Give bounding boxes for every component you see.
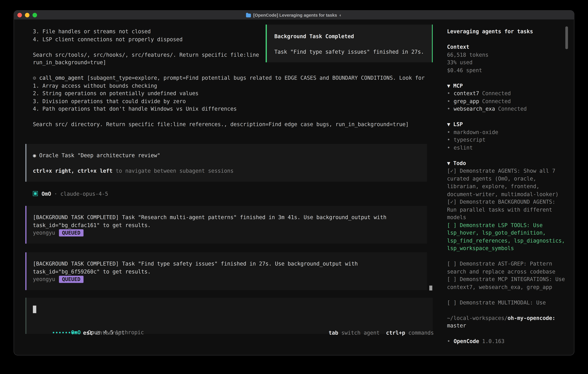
tool-args: [subagent_type=explore, prompt=Find pote… [84,75,425,81]
agent-name: OmO [42,190,51,197]
background-task-message: [BACKGROUND TASK COMPLETED] Task "Resear… [25,206,427,244]
queued-badge: QUEUED [59,276,83,283]
app-version: •OpenCode1.0.163 [447,337,565,345]
bullet-icon: • [447,338,450,344]
todo-item-active: [ ] Demonstrate LSP TOOLS: Use lsp_hover… [447,221,565,252]
desktop: [OpenCode] Leveraging agents for tasks ◐… [0,0,588,374]
tool-arg-item: 2. String operations on potentially unde… [14,90,441,97]
collapse-icon: ▼ [447,160,450,166]
status-bar: ••••••••esc interrupt tab switch agentct… [26,321,434,344]
todo-section-toggle[interactable]: ▼Todo [447,159,565,167]
todo-item: [✓] Demonstrate AGENTS: Show all 7 curat… [447,167,565,198]
context-tokens: 66,518 tokens [447,51,565,59]
message-meta: yeongyuQUEUED [33,275,427,283]
collapse-icon: ▼ [447,83,450,89]
bullet-icon: • [447,98,450,104]
mcp-section-toggle[interactable]: ▼MCP [447,82,565,90]
zoom-button[interactable] [32,13,37,17]
tool-call-line: ⚙ call_omo_agent [subagent_type=explore,… [14,74,441,82]
folder-icon [246,13,251,17]
tool-arg-tail: Search src/ directory. Return specific f… [14,120,441,128]
toast-body: Task "Find type safety issues" finished … [274,48,432,56]
tool-name: call_omo_agent [39,75,84,81]
bullet-icon: • [447,137,450,143]
hint-text: to navigate between subagent sessions [113,167,234,174]
message-meta: yeongyuQUEUED [33,229,427,237]
message-text: task_id="bg_dcfac161" to get results. [33,221,427,229]
context-heading: Context [447,43,565,51]
spinner-icon: •••••••• [52,330,77,336]
message-author: yeongyu [33,230,55,236]
lsp-section-toggle[interactable]: ▼LSP [447,120,565,128]
bullet-icon: • [447,90,450,96]
tool-arg-item: 4. Path operations that don't handle Win… [14,105,441,113]
session-title: Leveraging agents for tasks [447,28,565,35]
tool-arg-item: 3. Division operations that could divide… [14,97,441,105]
queued-badge: QUEUED [59,229,83,237]
traffic-lights [17,13,37,17]
mcp-item: •grep_appConnected [447,97,565,105]
status-right: tab switch agentctrl+p commands [303,321,434,344]
message-text: [BACKGROUND TASK COMPLETED] Task "Find t… [33,260,427,268]
tool-arg-item: 1. Array access without bounds checking [14,82,441,90]
close-button[interactable] [17,13,22,17]
collapse-icon: ▼ [447,121,450,127]
titlebar[interactable]: [OpenCode] Leveraging agents for tasks ◐ [14,10,574,20]
session-state-icon: ◐ [339,10,342,19]
agent-model: claude-opus-4-5 [60,190,108,197]
todo-item: [✓] Demonstrate BACKGROUND AGENTS: Run p… [447,198,565,221]
lsp-item: •markdown-oxide [447,128,565,136]
ctrlp-key-hint: ctrl+p [386,330,405,336]
sidebar-scrollbar-thumb[interactable] [565,26,568,49]
chat-scroll-area[interactable]: 3. File handles or streams not closed 4.… [14,20,441,355]
workspace-path: ~/local-workspaces/oh-my-opencode: [447,314,565,322]
agent-header: OmO · claude-opus-4-5 [14,190,441,197]
sidebar[interactable]: Leveraging agents for tasks Context 66,5… [441,20,574,355]
text-cursor [33,306,36,313]
oracle-task-title: ◉ Oracle Task "Deep architecture review" [33,151,427,159]
separator-dot: · [54,190,57,197]
tab-key-hint: tab [329,330,338,336]
esc-key-hint: esc [83,330,93,336]
bullet-icon: • [447,106,450,112]
toast-title: Background Task Completed [274,32,432,40]
workspace-branch: master [447,322,565,330]
todo-item: [ ] Demonstrate MCP INTEGRATIONS: Use co… [447,275,565,291]
omo-agent-icon [33,191,38,196]
hint-keys: ctrl+x right, ctrl+x left [33,167,112,174]
mcp-item: •websearch_exaConnected [447,105,565,113]
status-left: ••••••••esc interrupt [26,321,125,344]
chat-scroll-position-indicator[interactable] [429,286,432,291]
terminal-window: [OpenCode] Leveraging agents for tasks ◐… [14,10,574,355]
todo-item: [ ] Demonstrate AST-GREP: Pattern search… [447,260,565,275]
minimize-button[interactable] [25,13,29,17]
gear-icon: ⚙ [33,75,36,81]
bullet-icon: • [447,129,450,135]
oracle-task-panel[interactable]: ◉ Oracle Task "Deep architecture review"… [25,144,427,181]
lsp-item: •typescript [447,136,565,144]
lsp-item: •eslint [447,144,565,152]
bullet-icon: • [447,145,450,151]
context-used: 33% used [447,59,565,66]
message-text: [BACKGROUND TASK COMPLETED] Task "Resear… [33,213,427,221]
message-text: task_id="bg_6f59260c" to get results. [33,268,427,275]
mcp-item: •context7Connected [447,90,565,97]
oracle-hint: ctrl+x right, ctrl+x left to navigate be… [33,167,427,175]
message-author: yeongyu [33,276,55,282]
window-title: [OpenCode] Leveraging agents for tasks [253,10,337,19]
background-task-toast: Background Task Completed Task "Find typ… [266,25,433,62]
record-icon: ◉ [33,152,36,158]
background-task-message: [BACKGROUND TASK COMPLETED] Task "Find t… [25,252,427,290]
todo-item: [ ] Demonstrate MULTIMODAL: Use [447,299,565,306]
context-spent: $0.46 spent [447,66,565,74]
